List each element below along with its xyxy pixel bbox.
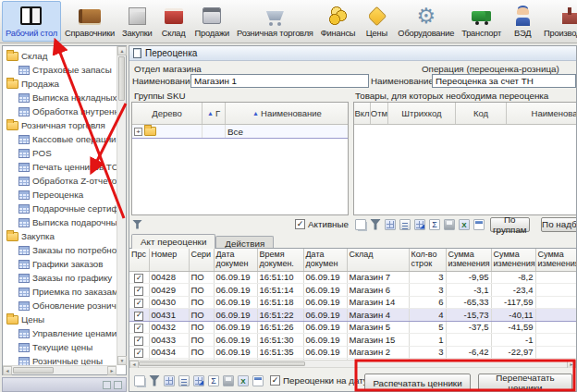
dept-name-input[interactable]: [190, 74, 369, 88]
table-row[interactable]: 00434ПО06.09.1916:51:3506.09.19Магазин 2…: [129, 346, 576, 359]
toolbar-item-cart[interactable]: Розничная торговля: [233, 1, 317, 42]
toolbar-item-book[interactable]: Справочники: [61, 1, 118, 42]
sidebar-group[interactable]: Закупка: [3, 229, 117, 243]
sidebar-item[interactable]: Управление ценами: [3, 326, 117, 340]
panel-close-icon[interactable]: [114, 381, 122, 389]
scroll-up-icon[interactable]: ▲: [117, 46, 127, 55]
toolbar-item-factory[interactable]: Производство: [540, 1, 577, 42]
column-header[interactable]: Наименование: [507, 103, 577, 124]
table-row[interactable]: 00432ПО06.09.1916:51:2606.09.19Магазин 5…: [129, 321, 576, 334]
sidebar-item[interactable]: Переоценка: [3, 188, 117, 202]
column-header[interactable]: Время докумен.: [257, 249, 303, 271]
table-row[interactable]: 00433ПО06.09.1916:51:3006.09.19Магазин 1…: [129, 334, 576, 347]
table-row[interactable]: 00431ПО06.09.1916:51:2206.09.19Магазин 4…: [129, 309, 576, 322]
reprint-price-tags-button[interactable]: Перепечатать ценники: [478, 374, 572, 392]
column-header[interactable]: Сери: [189, 249, 214, 271]
sidebar-item[interactable]: Страховые запасы: [3, 63, 117, 77]
row-checkbox-cell[interactable]: [129, 346, 149, 359]
copy-icon[interactable]: [355, 219, 366, 230]
sidebar-item[interactable]: Заказы по графику: [3, 271, 117, 285]
table-arrow-icon[interactable]: [414, 219, 425, 230]
sku-table-row[interactable]: + Все: [132, 125, 348, 139]
by-groups-button[interactable]: По группам: [490, 217, 530, 232]
report-icon[interactable]: [252, 375, 264, 386]
toolbar-item-gear[interactable]: Оборудование: [394, 1, 458, 42]
printer-icon[interactable]: [444, 219, 455, 230]
column-header[interactable]: Сумма изменения: [491, 249, 535, 271]
row-checkbox-cell[interactable]: [129, 334, 149, 347]
row-checkbox[interactable]: [134, 274, 143, 283]
sidebar-item[interactable]: Обработка внутренних за: [3, 104, 117, 118]
sidebar-item[interactable]: Выписка накладных: [3, 91, 117, 104]
row-checkbox[interactable]: [134, 299, 143, 308]
column-header[interactable]: Склад: [347, 249, 409, 271]
sidebar-horizontal-scrollbar[interactable]: ◄ ►: [3, 365, 117, 374]
sidebar-item[interactable]: Подарочные сертификаты: [3, 202, 117, 215]
toolbar-item-desktop[interactable]: Рабочий стол: [2, 1, 61, 42]
report-icon[interactable]: [473, 219, 485, 230]
filter-icon[interactable]: [370, 219, 381, 230]
column-header[interactable]: Код: [456, 103, 507, 124]
list-icon[interactable]: [178, 375, 190, 386]
row-checkbox-cell[interactable]: [129, 309, 149, 322]
grid-icon[interactable]: [164, 375, 175, 386]
scrollbar-thumb[interactable]: [139, 361, 305, 366]
tab-actions[interactable]: Действия: [215, 236, 274, 249]
sidebar-item[interactable]: Текущие цены: [3, 340, 117, 354]
panel-button-icon[interactable]: [103, 381, 111, 389]
sidebar-item[interactable]: Выписка подарочных сер: [3, 215, 117, 229]
sidebar-item[interactable]: Графики заказов: [3, 257, 117, 271]
row-checkbox-cell[interactable]: [129, 296, 149, 309]
sidebar-group[interactable]: Розничная торговля: [3, 118, 117, 132]
column-header[interactable]: ▲Г: [203, 103, 226, 124]
table-row[interactable]: 00430ПО06.09.1916:51:1806.09.19Магазин 1…: [129, 296, 576, 309]
column-header[interactable]: Вкл: [354, 103, 371, 124]
toolbar-item-price-tag[interactable]: Цены: [359, 1, 394, 42]
scrollbar-thumb[interactable]: [13, 367, 54, 374]
excel-icon[interactable]: X: [238, 375, 249, 386]
sidebar-group[interactable]: Цены: [3, 312, 117, 326]
toolbar-item-coins[interactable]: Финансы: [317, 1, 360, 42]
table-arrow-icon[interactable]: [193, 375, 204, 386]
tab-revaluation-act[interactable]: Акт переоценки: [131, 234, 215, 249]
row-checkbox[interactable]: [134, 349, 143, 358]
scroll-left-icon[interactable]: ◄: [3, 366, 12, 375]
sidebar-item[interactable]: Печать ценников ТСД: [3, 160, 117, 174]
operation-name-input[interactable]: [432, 74, 576, 88]
sum-icon[interactable]: Σ: [429, 219, 440, 230]
row-checkbox-cell[interactable]: [129, 271, 149, 284]
toolbar-item-cash-register[interactable]: Продажи: [191, 1, 233, 42]
toolbar-item-red-books[interactable]: Склад: [156, 1, 191, 42]
toolbar-item-box[interactable]: Закупки: [118, 1, 156, 42]
scrollbar-thumb[interactable]: [118, 56, 125, 101]
print-price-tags-button[interactable]: Распечатать ценники: [364, 374, 471, 392]
table-row[interactable]: 00429ПО06.09.1916:51:1406.09.19Магазин 6…: [129, 284, 576, 297]
printer-icon[interactable]: [223, 375, 234, 386]
sidebar-group[interactable]: Склад: [3, 49, 117, 63]
by-markup-button[interactable]: По надб: [541, 217, 577, 232]
row-checkbox[interactable]: [134, 287, 143, 296]
sidebar-group[interactable]: Продажа: [3, 77, 117, 91]
sidebar-item[interactable]: Обработка Z-отчетов: [3, 174, 117, 188]
filter-icon[interactable]: [149, 375, 160, 386]
table-row[interactable]: 00428ПО06.09.1916:51:1006.09.19Магазин 7…: [129, 271, 576, 284]
revaluations-on-date-checkbox[interactable]: [270, 375, 280, 386]
column-header[interactable]: Номер: [149, 249, 189, 271]
list-icon[interactable]: [399, 219, 411, 230]
sidebar-vertical-scrollbar[interactable]: ▲ ▼: [117, 46, 126, 365]
column-header[interactable]: Отм: [371, 103, 388, 124]
scroll-right-icon[interactable]: ►: [107, 366, 117, 375]
row-checkbox[interactable]: [134, 312, 143, 321]
column-header[interactable]: Дерево: [132, 103, 203, 124]
row-checkbox[interactable]: [134, 337, 143, 346]
column-header[interactable]: Сумма изменения: [535, 249, 576, 271]
column-header[interactable]: Сумма изменения: [446, 249, 491, 271]
column-header[interactable]: Кол-во строк: [409, 249, 446, 271]
sum-icon[interactable]: Σ: [208, 375, 219, 386]
active-checkbox[interactable]: [295, 219, 305, 229]
sidebar-item[interactable]: Кассовые операции: [3, 132, 117, 146]
excel-icon[interactable]: X: [459, 219, 470, 230]
column-header[interactable]: Дата докумен: [214, 249, 257, 271]
row-checkbox-cell[interactable]: [129, 321, 149, 334]
filter-icon[interactable]: [132, 220, 142, 229]
